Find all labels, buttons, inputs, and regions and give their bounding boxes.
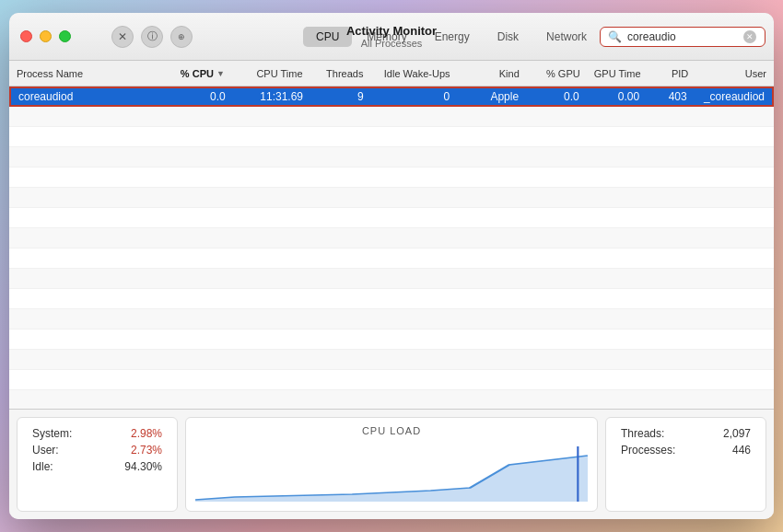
search-clear-button[interactable]: ✕ (743, 30, 756, 43)
user-value: 2.73% (131, 444, 162, 457)
table-row-empty (9, 127, 774, 147)
cell-pid: 403 (639, 90, 687, 103)
table-row-empty (9, 147, 774, 168)
left-stats-panel: System: 2.98% User: 2.73% Idle: 94.30% (17, 417, 178, 512)
traffic-lights (20, 30, 71, 42)
cell-user: _coreaudiod (687, 90, 765, 103)
cpu-chart (195, 446, 588, 502)
cell-name: coreaudiod (18, 90, 157, 103)
cell-cpu: 0.0 (157, 90, 226, 103)
table-row-empty (9, 370, 774, 390)
col-header-kind[interactable]: Kind (450, 68, 520, 79)
app-title: Activity Monitor (346, 24, 437, 38)
maximize-button[interactable] (59, 30, 71, 42)
idle-value: 94.30% (124, 460, 162, 473)
minimize-button[interactable] (40, 30, 52, 42)
col-header-pid[interactable]: PID (641, 68, 689, 79)
col-header-threads[interactable]: Threads (303, 68, 364, 79)
col-header-gputime[interactable]: GPU Time (580, 68, 641, 79)
bottom-panel: System: 2.98% User: 2.73% Idle: 94.30% C… (9, 409, 774, 519)
more-button[interactable]: ⊕ (170, 26, 193, 48)
col-header-cpu[interactable]: % CPU ▼ (156, 68, 225, 79)
cell-gputime: 0.00 (579, 90, 640, 103)
table-row-empty (9, 309, 774, 330)
cell-kind: Apple (450, 90, 519, 103)
table-header: Process Name % CPU ▼ CPU Time Threads Id… (9, 61, 774, 87)
table-row[interactable]: coreaudiod 0.0 11:31.69 9 0 Apple 0.0 0.… (9, 87, 774, 107)
search-container: 🔍 ✕ (600, 27, 765, 47)
right-stats-panel: Threads: 2,097 Processes: 446 (605, 417, 766, 512)
tab-network[interactable]: Network (533, 27, 600, 47)
cpu-load-title: CPU LOAD (362, 425, 421, 436)
table-row-empty (9, 330, 774, 350)
system-label: System: (32, 427, 72, 440)
table-row-empty (9, 390, 774, 409)
tab-cpu[interactable]: CPU (303, 27, 352, 47)
table-row-empty (9, 249, 774, 269)
cpu-load-panel: CPU LOAD (185, 417, 598, 512)
sort-arrow-icon: ▼ (216, 69, 225, 78)
close-button[interactable] (20, 30, 32, 42)
processes-stat-row: Processes: 446 (621, 444, 751, 457)
search-input[interactable] (627, 30, 738, 43)
table-row-empty (9, 350, 774, 370)
user-stat-row: User: 2.73% (32, 444, 162, 457)
search-box: 🔍 ✕ (600, 27, 765, 47)
system-stat-row: System: 2.98% (32, 427, 162, 440)
close-ctrl-button[interactable]: ✕ (111, 26, 134, 48)
table-body: coreaudiod 0.0 11:31.69 9 0 Apple 0.0 0.… (9, 87, 774, 409)
chart-area (193, 440, 590, 503)
processes-value: 446 (732, 444, 751, 457)
system-value: 2.98% (131, 427, 162, 440)
idle-stat-row: Idle: 94.30% (32, 460, 162, 473)
app-info: Activity Monitor All Processes (346, 24, 437, 49)
col-header-cputime[interactable]: CPU Time (225, 68, 303, 79)
table-row-empty (9, 289, 774, 309)
threads-stat-row: Threads: 2,097 (621, 427, 751, 440)
cell-gpu: 0.0 (519, 90, 579, 103)
cell-threads: 9 (303, 90, 364, 103)
idle-label: Idle: (32, 460, 53, 473)
cell-cputime: 11:31.69 (226, 90, 303, 103)
threads-label: Threads: (621, 427, 664, 440)
search-icon: 🔍 (608, 30, 622, 43)
col-header-name[interactable]: Process Name (17, 68, 156, 79)
table-row-empty (9, 188, 774, 208)
table-row-empty (9, 208, 774, 228)
col-header-user[interactable]: User (688, 68, 766, 79)
table-row-empty (9, 228, 774, 249)
activity-monitor-window: ✕ ⓘ ⊕ Activity Monitor All Processes CPU… (9, 13, 774, 519)
col-header-gpu[interactable]: % GPU (520, 68, 580, 79)
titlebar-controls: ✕ ⓘ ⊕ (111, 26, 193, 48)
tab-disk[interactable]: Disk (485, 27, 532, 47)
info-button[interactable]: ⓘ (141, 26, 163, 48)
table-row-empty (9, 168, 774, 188)
titlebar: ✕ ⓘ ⊕ Activity Monitor All Processes CPU… (9, 13, 774, 61)
table-row-empty (9, 269, 774, 289)
cell-idle: 0 (364, 90, 450, 103)
col-header-idle[interactable]: Idle Wake-Ups (363, 68, 450, 79)
table-row-empty (9, 107, 774, 127)
user-label: User: (32, 444, 59, 457)
app-subtitle: All Processes (346, 38, 437, 49)
threads-value: 2,097 (723, 427, 751, 440)
processes-label: Processes: (621, 444, 675, 457)
